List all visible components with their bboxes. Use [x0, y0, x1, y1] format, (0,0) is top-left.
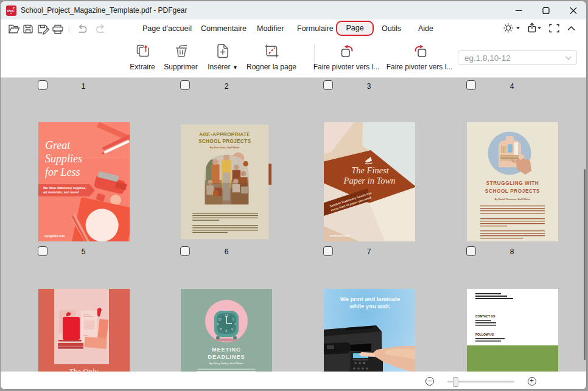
svg-text:cjsupplies.com: cjsupplies.com [44, 235, 65, 238]
svg-text:FOLLOW US: FOLLOW US [475, 333, 494, 336]
svg-text:10: 10 [218, 317, 222, 321]
svg-text:1: 1 [233, 317, 234, 321]
svg-text:By David Thomson, Staff Writer: By David Thomson, Staff Writer [495, 198, 531, 201]
svg-text:AGE-APPROPRIATE: AGE-APPROPRIATE [199, 132, 250, 137]
svg-text:Supplies: Supplies [45, 153, 82, 165]
svg-text:CONTACT US: CONTACT US [475, 314, 495, 318]
svg-text:sandvinsta.com: sandvinsta.com [329, 234, 349, 237]
svg-text:Great: Great [45, 139, 71, 151]
svg-text:while you wait.: while you wait. [349, 303, 390, 310]
svg-text:for Less: for Less [45, 166, 80, 178]
svg-text:STRUGGLING WITH: STRUGGLING WITH [486, 181, 539, 186]
svg-text:art materials, and more!: art materials, and more! [43, 190, 79, 194]
svg-text:The Finest: The Finest [351, 165, 390, 175]
svg-text:SCHOOL PROJECTS: SCHOOL PROJECTS [198, 139, 251, 144]
svg-text:We have stationery supplies,: We have stationery supplies, [43, 186, 87, 190]
svg-text:9: 9 [217, 322, 219, 326]
svg-text:6: 6 [226, 329, 228, 333]
svg-text:DEADLINES: DEADLINES [208, 354, 245, 360]
svg-text:12: 12 [225, 314, 228, 317]
svg-text:3: 3 [234, 322, 236, 326]
svg-text:PDF: PDF [7, 9, 15, 13]
svg-text:Paper in Town: Paper in Town [343, 176, 396, 185]
svg-text:4: 4 [231, 327, 233, 331]
svg-text:By Stacy Galley, Staff Writer: By Stacy Galley, Staff Writer [209, 362, 243, 365]
svg-text:8: 8 [220, 327, 222, 331]
svg-text:We print and laminate: We print and laminate [340, 296, 401, 302]
svg-text:SCHOOL PROJECTS: SCHOOL PROJECTS [485, 189, 540, 194]
svg-text:By Allen Grace, Staff Writer: By Allen Grace, Staff Writer [210, 147, 240, 149]
svg-text:MEETING: MEETING [212, 347, 241, 353]
